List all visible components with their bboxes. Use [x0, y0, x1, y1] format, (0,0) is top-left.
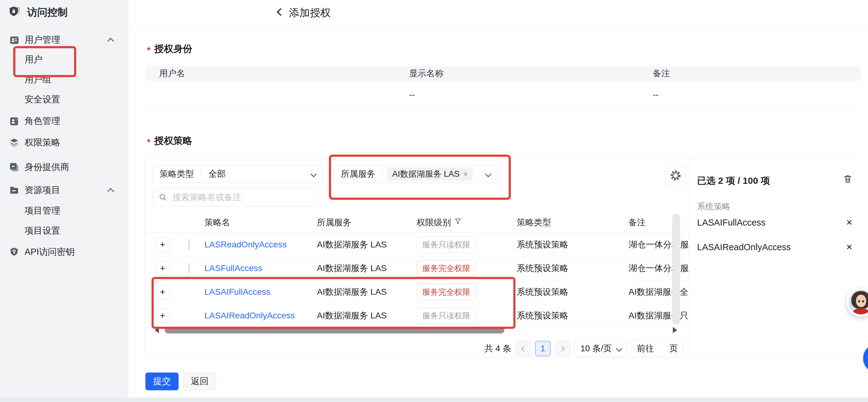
sidebar: 访问控制 用户管理 用户 用户组 安全设置 角色管理 [0, 0, 128, 402]
tag-remove-icon[interactable]: × [463, 169, 468, 179]
sidebar-item-users[interactable]: 用户 [9, 51, 137, 68]
selected-count: 已选 2 项 / 100 项 [697, 175, 770, 187]
scroll-right-arrow-icon[interactable] [673, 327, 677, 333]
goto-label: 前往 [637, 343, 654, 354]
current-page-button[interactable]: 1 [535, 341, 551, 356]
service-tag[interactable]: AI数据湖服务 LAS × [387, 167, 473, 181]
policy-name-link[interactable]: LASFullAccess [205, 264, 317, 273]
chevron-up-icon [107, 188, 114, 195]
goto-page-control[interactable]: 前往 页 [632, 341, 683, 357]
identity-table: 用户名 显示名称 备注 -- -- [145, 66, 861, 109]
permission-level-badge: 服务只读权限 [416, 236, 476, 253]
policy-name-link[interactable]: LASReadOnlyAccess [205, 240, 317, 250]
identity-table-row: -- -- [145, 81, 861, 109]
col-username: 用户名 [159, 68, 409, 79]
expand-row-button[interactable]: + [156, 238, 170, 252]
service-select[interactable]: 所属服务 AI数据湖服务 LAS × [334, 165, 498, 183]
sidebar-item-permission-policies[interactable]: 权限策略 [9, 134, 121, 151]
col-display-name: 显示名称 [409, 68, 653, 79]
page-header: 添加授权 [128, 0, 868, 30]
policy-search[interactable] [152, 188, 317, 206]
sidebar-item-resource-projects[interactable]: 资源项目 [9, 182, 121, 199]
sidebar-item-label: API访问密钥 [25, 246, 75, 258]
goto-suffix: 页 [670, 343, 678, 354]
selected-item-name: LASAIReadOnlyAccess [697, 242, 791, 252]
next-page-button[interactable] [555, 341, 570, 356]
sidebar-item-label: 项目管理 [25, 205, 60, 217]
page-title: 添加授权 [289, 6, 331, 20]
policy-table: 策略名 所属服务 权限级别 策略类型 备注 + LASReadOnlyAcces… [145, 212, 689, 328]
policy-type: 系统预设策略 [517, 262, 628, 274]
id-cards-icon [9, 162, 20, 173]
service-tag-text: AI数据湖服务 LAS [392, 168, 460, 180]
scroll-left-arrow-icon[interactable] [155, 327, 159, 333]
sidebar-item-label: 安全设置 [25, 93, 60, 106]
horizontal-scrollbar[interactable] [145, 326, 680, 334]
back-chevron-icon[interactable] [278, 9, 283, 16]
sidebar-item-user-groups[interactable]: 用户组 [9, 71, 137, 88]
floating-action-button[interactable] [863, 344, 868, 373]
sidebar-item-user-management[interactable]: 用户管理 [9, 31, 121, 49]
sidebar-item-identity-providers[interactable]: 身份提供商 [9, 159, 121, 176]
pagination: 共 4 条 1 10 条/页 前往 页 [485, 341, 683, 357]
sidebar-item-label: 项目设置 [25, 225, 60, 237]
policy-type-select[interactable]: 策略类型 全部 [152, 165, 323, 183]
sidebar-item-security-settings[interactable]: 安全设置 [9, 91, 137, 108]
row-checkbox[interactable] [188, 239, 190, 250]
policy-type: 系统预设策略 [517, 310, 628, 321]
col-service: 所属服务 [317, 217, 416, 228]
col-policy-name: 策略名 [205, 217, 317, 228]
vertical-scrollbar[interactable] [672, 214, 680, 324]
filter-funnel-icon[interactable] [454, 218, 462, 228]
sidebar-item-project-management[interactable]: 项目管理 [9, 202, 137, 219]
submit-button[interactable]: 提交 [145, 372, 179, 390]
goto-page-input[interactable] [655, 343, 669, 354]
selected-policies-panel: 已选 2 项 / 100 项 系统策略 LASAIFullAccess ✕ LA… [689, 159, 861, 358]
remove-selected-icon[interactable]: ✕ [846, 243, 852, 252]
layers-icon [9, 137, 20, 148]
folder-icon [9, 185, 20, 196]
table-row: + LASAIFullAccess AI数据湖服务 LAS 服务完全权限 系统预… [145, 280, 689, 304]
scrollbar-thumb[interactable] [165, 327, 504, 334]
row-checkbox[interactable] [188, 263, 190, 274]
identity-section-title: * 授权身份 [147, 42, 192, 55]
search-input[interactable] [172, 192, 317, 203]
expand-row-button[interactable]: + [156, 309, 170, 323]
trash-icon[interactable] [843, 174, 852, 185]
permission-level-badge: 服务只读权限 [416, 307, 476, 324]
shield-lock-icon [9, 5, 21, 19]
col-permission-level: 权限级别 [416, 217, 451, 228]
search-icon [158, 193, 167, 202]
page-size-select[interactable]: 10 条/页 [575, 341, 627, 357]
sidebar-item-role-management[interactable]: 角色管理 [9, 113, 121, 130]
sidebar-item-api-keys[interactable]: API访问密钥 [9, 243, 121, 260]
policy-type-value: 全部 [201, 168, 311, 180]
chevron-up-icon [107, 38, 114, 45]
policy-section-title: * 授权策略 [147, 134, 192, 147]
policy-service: AI数据湖服务 LAS [317, 239, 416, 250]
sidebar-item-project-settings[interactable]: 项目设置 [9, 222, 137, 240]
policy-table-header: 策略名 所属服务 权限级别 策略类型 备注 [145, 212, 689, 233]
col-policy-type: 策略类型 [517, 217, 628, 228]
expand-row-button[interactable]: + [156, 285, 170, 299]
display-name-value: -- [409, 90, 653, 100]
page-size-value: 10 条/页 [580, 343, 612, 354]
policy-name-link[interactable]: LASAIFullAccess [205, 287, 317, 297]
shield-key-icon [9, 246, 20, 257]
remove-selected-icon[interactable]: ✕ [846, 218, 852, 227]
identity-section-title-text: 授权身份 [154, 42, 192, 55]
chevron-down-icon [485, 171, 492, 177]
prev-page-button[interactable] [516, 341, 531, 356]
policy-service: AI数据湖服务 LAS [317, 262, 416, 274]
selected-item: LASAIReadOnlyAccess ✕ [697, 240, 852, 254]
window-bottom-edge [0, 398, 868, 402]
identity-table-header: 用户名 显示名称 备注 [145, 66, 861, 81]
policy-name-link[interactable]: LASAIReadOnlyAccess [205, 311, 317, 320]
back-button[interactable]: 返回 [183, 372, 216, 390]
table-row: + LASFullAccess AI数据湖服务 LAS 服务完全权限 系统预设策… [145, 257, 689, 280]
expand-row-button[interactable]: + [156, 261, 170, 275]
total-count: 共 4 条 [485, 343, 511, 354]
chevron-down-icon [616, 345, 622, 351]
column-settings-button[interactable] [665, 166, 686, 187]
policy-section-title-text: 授权策略 [154, 134, 192, 147]
